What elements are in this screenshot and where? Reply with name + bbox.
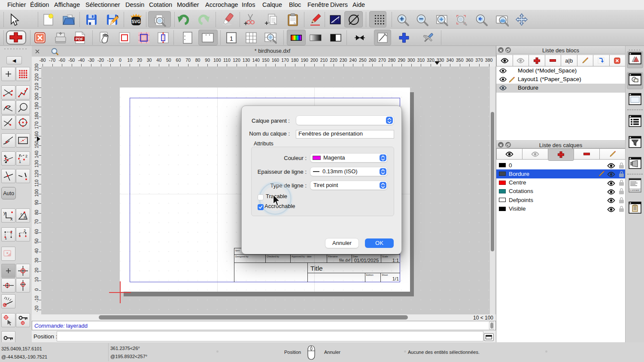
svg-text:r: r — [21, 212, 22, 216]
svg-text:1: 1 — [19, 160, 21, 164]
svg-text:a: a — [24, 215, 26, 219]
svg-text:1: 1 — [230, 35, 233, 42]
svg-text:x: x — [10, 216, 13, 221]
svg-text:SVG: SVG — [131, 19, 140, 24]
svg-text:2: 2 — [24, 229, 26, 233]
svg-text:PDF: PDF — [76, 37, 84, 41]
svg-text:2: 2 — [25, 154, 27, 158]
svg-text:y: y — [3, 210, 6, 215]
svg-text:c ommand: c ommand — [630, 189, 640, 191]
